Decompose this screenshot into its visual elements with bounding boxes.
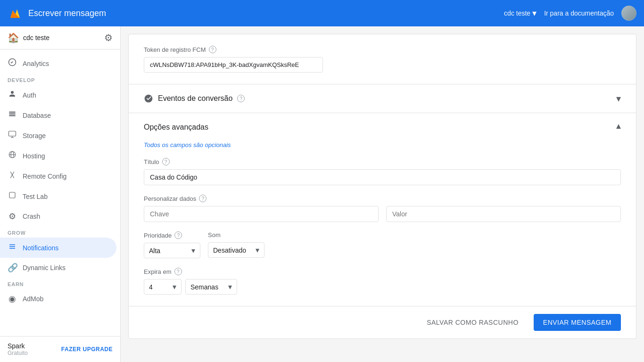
home-icon: 🏠	[8, 32, 19, 43]
expires-unit-select[interactable]: Semanas Dias Horas Minutos	[190, 283, 226, 291]
sound-label: Som	[208, 231, 264, 239]
priority-chevron-icon: ▾	[191, 246, 195, 255]
upgrade-button[interactable]: FAZER UPGRADE	[61, 346, 113, 353]
expires-unit-select-wrapper[interactable]: Semanas Dias Horas Minutos ▾	[185, 279, 237, 295]
title-label-text: Título	[144, 158, 159, 165]
custom-data-inputs	[144, 206, 621, 222]
advanced-options-title: Opções avançadas	[144, 123, 208, 132]
priority-select-wrapper[interactable]: Alta Normal Baixa ▾	[144, 243, 200, 258]
sidebar-item-label-crash: Crash	[23, 213, 40, 220]
title-field: Título ?	[144, 158, 621, 185]
conversion-events-section: Eventos de conversão ? ▾	[129, 84, 636, 113]
sidebar-item-label-notifications: Notifications	[23, 244, 58, 252]
plan-type: Gratuito	[8, 350, 28, 356]
priority-label: Prioridade ?	[144, 231, 200, 239]
grow-section-label: GROW	[0, 226, 120, 238]
expires-number-select-wrapper[interactable]: 123 45678 ▾	[144, 279, 182, 295]
fcm-token-label-text: Token de registro FCM	[144, 46, 206, 53]
save-draft-button[interactable]: SALVAR COMO RASCUNHO	[419, 315, 526, 330]
sidebar-item-crash[interactable]: ⚙ Crash	[0, 206, 116, 226]
title-help-icon[interactable]: ?	[162, 158, 170, 165]
priority-field: Prioridade ? Alta Normal Baixa ▾	[144, 231, 200, 258]
expires-number-chevron-icon: ▾	[173, 282, 176, 291]
expires-in-label-text: Expira em	[144, 268, 172, 275]
dynamic-links-icon: 🔗	[8, 263, 17, 273]
sidebar-nav: Analytics DEVELOP Auth Database Storage	[0, 49, 120, 336]
expires-in-label: Expira em ?	[144, 268, 621, 275]
custom-data-value-input[interactable]	[386, 206, 621, 222]
sound-field: Som Desativado Ativado ▾	[208, 231, 264, 258]
title-input[interactable]	[144, 169, 621, 185]
sidebar-item-label-analytics: Analytics	[23, 60, 49, 67]
body-layout: 🏠 cdc teste ⚙ Analytics DEVELOP Auth	[0, 26, 644, 362]
custom-data-help-icon[interactable]: ?	[199, 195, 206, 202]
project-selector-label: cdc teste	[504, 9, 530, 17]
expires-unit-chevron-icon: ▾	[228, 282, 232, 291]
sidebar-item-admob[interactable]: ◉ AdMob	[0, 289, 116, 309]
svg-rect-4	[9, 131, 16, 136]
sidebar-footer: Spark Gratuito FAZER UPGRADE	[0, 336, 120, 362]
fcm-token-label: Token de registro FCM ?	[144, 46, 621, 53]
sound-label-text: Som	[208, 231, 221, 239]
fcm-token-input[interactable]	[144, 57, 323, 73]
chevron-up-icon: ▾	[616, 122, 621, 133]
sidebar-item-storage[interactable]: Storage	[0, 125, 116, 146]
advanced-options-body: Todos os campos são opcionais Título ? P…	[129, 141, 636, 306]
avatar[interactable]	[621, 6, 636, 21]
sidebar-project-name: cdc teste	[23, 34, 100, 41]
svg-rect-3	[9, 115, 16, 116]
sidebar-item-notifications[interactable]: Notifications	[0, 238, 116, 258]
earn-section-label: EARN	[0, 278, 120, 289]
conversion-events-help-icon[interactable]: ?	[237, 95, 245, 102]
expires-in-group: Expira em ? 123 45678 ▾	[144, 268, 621, 295]
plan-name: Spark	[8, 342, 28, 350]
analytics-icon	[8, 58, 17, 69]
docs-link[interactable]: Ir para a documentação	[544, 9, 614, 17]
page-title: Escrever mensagem	[28, 8, 504, 18]
sidebar-item-label-test-lab: Test Lab	[23, 193, 48, 200]
storage-icon	[8, 130, 17, 141]
sidebar-item-hosting[interactable]: Hosting	[0, 146, 116, 166]
sidebar: 🏠 cdc teste ⚙ Analytics DEVELOP Auth	[0, 26, 121, 362]
sidebar-item-remote-config[interactable]: Remote Config	[0, 166, 116, 186]
title-label: Título ?	[144, 158, 621, 165]
priority-sound-group: Prioridade ? Alta Normal Baixa ▾	[144, 231, 621, 258]
crash-icon: ⚙	[8, 211, 17, 222]
test-lab-icon	[8, 191, 17, 202]
sidebar-item-database[interactable]: Database	[0, 105, 116, 125]
header-right-actions: cdc teste ▾ Ir para a documentação	[504, 6, 636, 21]
expires-number-select[interactable]: 123 45678	[149, 283, 171, 291]
content-card: Token de registro FCM ? Eventos de conve…	[128, 34, 636, 339]
sound-select-wrapper[interactable]: Desativado Ativado ▾	[208, 242, 264, 258]
notifications-icon	[8, 242, 17, 253]
conversion-events-label: Eventos de conversão	[158, 94, 232, 103]
svg-rect-8	[9, 192, 15, 198]
sidebar-item-analytics[interactable]: Analytics	[0, 53, 116, 74]
chevron-down-icon: ▾	[532, 8, 537, 18]
sound-select[interactable]: Desativado Ativado	[213, 247, 254, 254]
advanced-options-header[interactable]: Opções avançadas ▾	[129, 113, 636, 141]
custom-data-key-input[interactable]	[144, 206, 379, 222]
chevron-down-icon: ▾	[616, 93, 621, 104]
top-header: Escrever mensagem cdc teste ▾ Ir para a …	[0, 0, 644, 26]
custom-data-label: Personalizar dados ?	[144, 195, 621, 202]
settings-icon[interactable]: ⚙	[104, 32, 113, 43]
advanced-options-subtitle: Todos os campos são opcionais	[144, 141, 621, 148]
conversion-events-header[interactable]: Eventos de conversão ? ▾	[129, 84, 636, 113]
sidebar-item-auth[interactable]: Auth	[0, 85, 116, 105]
fcm-token-section: Token de registro FCM ?	[129, 34, 636, 84]
send-message-button[interactable]: ENVIAR MENSAGEM	[534, 314, 621, 331]
fcm-token-help-icon[interactable]: ?	[209, 46, 216, 53]
priority-select[interactable]: Alta Normal Baixa	[149, 247, 190, 255]
conversion-icon	[144, 94, 153, 103]
sidebar-item-label-auth: Auth	[23, 91, 36, 99]
hosting-icon	[8, 150, 17, 161]
priority-help-icon[interactable]: ?	[174, 231, 182, 239]
sidebar-item-test-lab[interactable]: Test Lab	[0, 186, 116, 206]
priority-label-text: Prioridade	[144, 232, 172, 239]
sidebar-item-dynamic-links[interactable]: 🔗 Dynamic Links	[0, 258, 116, 278]
project-selector[interactable]: cdc teste ▾	[504, 8, 537, 18]
expires-in-selects: 123 45678 ▾ Semanas Dias Horas	[144, 279, 621, 295]
conversion-events-title: Eventos de conversão ?	[144, 94, 245, 103]
expires-in-help-icon[interactable]: ?	[174, 268, 182, 275]
